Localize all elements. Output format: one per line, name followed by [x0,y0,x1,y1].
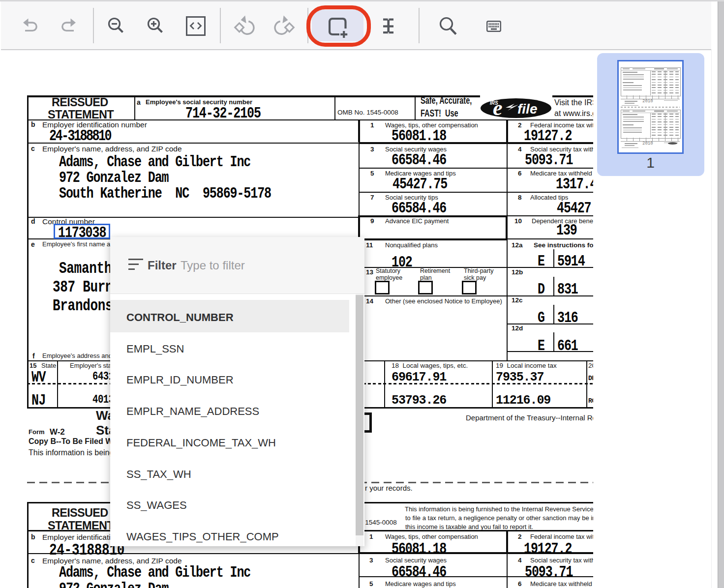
svg-text:e: e [493,96,503,119]
svg-text:IRS: IRS [490,100,498,106]
svg-text:file: file [517,101,537,117]
